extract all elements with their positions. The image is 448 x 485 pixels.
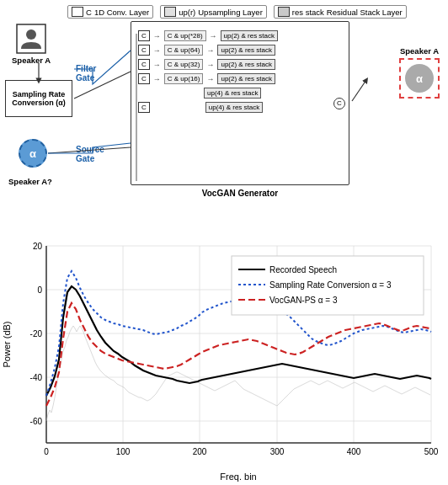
voc-up-3: C & up(32) [164, 59, 204, 70]
svg-text:-20: -20 [30, 329, 43, 338]
legend-up: up(r) Upsampling Layer [160, 5, 267, 19]
src-box: Sampling RateConversion (α) [5, 80, 72, 117]
speaker-a-right: Speaker A α [399, 46, 440, 99]
alpha-circle-source: α [19, 139, 47, 168]
vocgan-row-3: C → C & up(32) → up(2) & res stack [138, 59, 342, 70]
voc-c-6: C [138, 102, 150, 113]
alpha-source-bubble: α [19, 139, 47, 168]
legend-conv-desc: 1D Conv. Layer [94, 8, 149, 17]
svg-text:500: 500 [424, 447, 439, 456]
voc-res-2: up(2) & res stack [217, 45, 275, 56]
vocgan-row-4: C → C & up(16) → up(2) & res stack [138, 73, 342, 84]
vocgan-row-1: C → C & up(*28) → up(2) & res stack [138, 30, 342, 41]
voc-up-1: C & up(*28) [164, 30, 206, 41]
voc-c-2: C [138, 45, 150, 56]
legend-conv-label: C [86, 8, 92, 17]
svg-text:VocGAN-PS α = 3: VocGAN-PS α = 3 [269, 296, 338, 305]
svg-text:-40: -40 [30, 373, 43, 382]
legend-res: res stack Residual Stack Layer [274, 5, 407, 19]
vocgan-row-2: C → C & up(64) → up(2) & res stack [138, 45, 342, 56]
svg-text:400: 400 [347, 447, 361, 456]
voc-up-2: C & up(64) [164, 45, 204, 56]
vocgan-rows: C → C & up(*28) → up(2) & res stack C → … [138, 30, 342, 113]
speaker-a-left: Speaker A [12, 24, 51, 65]
legend-up-desc: Upsampling Layer [198, 8, 263, 17]
legend-res-label: res stack [292, 8, 324, 17]
svg-text:Recorded Speech: Recorded Speech [269, 265, 337, 274]
legend-up-label: up(r) [179, 8, 195, 17]
svg-text:100: 100 [116, 447, 131, 456]
alpha-circle-right: α [405, 64, 434, 93]
vocgan-row-6: C up(4) & res stack [138, 102, 342, 113]
speaker-a-right-box: α [399, 58, 440, 99]
voc-c-3: C [138, 59, 150, 70]
voc-res-5: up(4) & res stack [204, 88, 261, 99]
voc-res-1: up(2) & res stack [221, 30, 278, 41]
svg-line-6 [352, 80, 366, 101]
svg-text:0: 0 [37, 285, 42, 295]
diagram-area: C 1D Conv. Layer up(r) Upsampling Layer … [0, 0, 448, 227]
src-box-label: Sampling RateConversion (α) [12, 90, 66, 107]
voc-up-4: C & up(16) [164, 73, 204, 84]
chart-area: Power (dB) Freq. bin [0, 229, 448, 485]
svg-text:300: 300 [270, 447, 285, 456]
svg-point-1 [26, 29, 36, 40]
concat-circle: C [333, 98, 345, 109]
svg-text:-60: -60 [30, 417, 43, 426]
legend-conv: C 1D Conv. Layer [67, 5, 153, 19]
svg-text:Sampling Rate Conversion α = 3: Sampling Rate Conversion α = 3 [269, 280, 392, 290]
svg-text:Freq. bin: Freq. bin [220, 472, 256, 482]
vocgan-row-5: up(4) & res stack [138, 88, 342, 99]
legend-row: C 1D Conv. Layer up(r) Upsampling Layer … [67, 5, 407, 19]
voc-res-4: up(2) & res stack [217, 73, 275, 84]
filter-gate-label: FilterGate [76, 64, 96, 83]
vocgan-title: VocGAN Generator [131, 189, 349, 198]
legend-res-desc: Residual Stack Layer [327, 8, 403, 17]
svg-text:0: 0 [44, 447, 49, 456]
speaker-a-left-label: Speaker A [12, 56, 51, 65]
source-gate-label: SourceGate [76, 145, 104, 163]
svg-text:200: 200 [193, 447, 207, 456]
chart-svg: Power (dB) Freq. bin [0, 229, 448, 485]
speaker-a-left-icon [16, 24, 46, 54]
svg-text:20: 20 [33, 242, 43, 251]
voc-res-6: up(4) & res stack [205, 102, 263, 113]
svg-text:Power (dB): Power (dB) [2, 321, 12, 367]
speaker-a-question-label: Speaker A? [8, 177, 52, 186]
vocgan-box: C → C & up(*28) → up(2) & res stack C → … [131, 21, 349, 185]
voc-c-4: C [138, 73, 150, 84]
voc-c-1: C [138, 30, 150, 41]
voc-res-3: up(2) & res stack [217, 59, 275, 70]
